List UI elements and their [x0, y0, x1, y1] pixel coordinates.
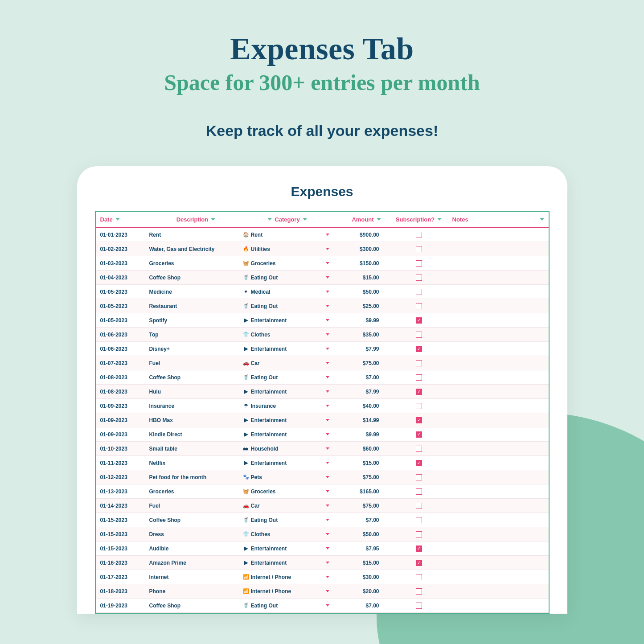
- cell-date[interactable]: 01-15-2023: [100, 531, 149, 537]
- dropdown-icon[interactable]: [326, 405, 329, 407]
- cell-subscription[interactable]: [386, 574, 452, 580]
- dropdown-icon[interactable]: [326, 590, 329, 592]
- cell-category[interactable]: 🏘Household: [243, 446, 332, 452]
- filter-icon[interactable]: [267, 218, 272, 221]
- subscription-checkbox[interactable]: [416, 417, 422, 423]
- cell-subscription[interactable]: [386, 275, 452, 281]
- cell-amount[interactable]: $75.00: [332, 360, 386, 366]
- cell-date[interactable]: 01-09-2023: [100, 417, 149, 423]
- cell-date[interactable]: 01-14-2023: [100, 503, 149, 509]
- dropdown-icon[interactable]: [326, 419, 329, 421]
- cell-subscription[interactable]: [386, 531, 452, 537]
- cell-description[interactable]: Coffee Shop: [149, 374, 243, 381]
- cell-amount[interactable]: $15.00: [332, 275, 386, 281]
- dropdown-icon[interactable]: [326, 348, 329, 350]
- cell-date[interactable]: 01-16-2023: [100, 560, 149, 566]
- dropdown-icon[interactable]: [326, 319, 329, 321]
- table-row[interactable]: 01-04-2023Coffee Shop🥤Eating Out$15.00: [96, 271, 549, 285]
- cell-amount[interactable]: $7.00: [332, 603, 386, 609]
- cell-category[interactable]: 📶Internet / Phone: [243, 574, 332, 580]
- cell-category[interactable]: 👕Clothes: [243, 332, 332, 338]
- cell-date[interactable]: 01-06-2023: [100, 346, 149, 352]
- cell-description[interactable]: Rent: [149, 232, 243, 238]
- dropdown-icon[interactable]: [326, 262, 329, 264]
- subscription-checkbox[interactable]: [416, 303, 422, 309]
- header-notes[interactable]: Notes: [452, 216, 544, 223]
- subscription-checkbox[interactable]: [416, 232, 422, 238]
- cell-amount[interactable]: $7.00: [332, 517, 386, 523]
- dropdown-icon[interactable]: [326, 576, 329, 578]
- dropdown-icon[interactable]: [326, 291, 329, 293]
- dropdown-icon[interactable]: [326, 433, 329, 435]
- table-row[interactable]: 01-14-2023Fuel🚗Car$75.00: [96, 499, 549, 513]
- dropdown-icon[interactable]: [326, 276, 329, 279]
- subscription-checkbox[interactable]: [416, 574, 422, 580]
- cell-description[interactable]: Top: [149, 332, 243, 338]
- subscription-checkbox[interactable]: [416, 560, 422, 566]
- cell-description[interactable]: Kindle Direct: [149, 431, 243, 438]
- filter-icon[interactable]: [437, 218, 442, 221]
- cell-amount[interactable]: $7.00: [332, 374, 386, 381]
- cell-subscription[interactable]: [386, 588, 452, 595]
- cell-description[interactable]: Insurance: [149, 403, 243, 409]
- cell-category[interactable]: ▶Entertainment: [243, 389, 332, 395]
- subscription-checkbox[interactable]: [416, 588, 422, 595]
- cell-description[interactable]: Disney+: [149, 346, 243, 352]
- table-row[interactable]: 01-02-2023Water, Gas and Electricity🔥Uti…: [96, 242, 549, 256]
- cell-subscription[interactable]: [386, 332, 452, 338]
- filter-icon[interactable]: [540, 218, 544, 221]
- cell-description[interactable]: Phone: [149, 588, 243, 595]
- table-row[interactable]: 01-07-2023Fuel🚗Car$75.00: [96, 356, 549, 370]
- cell-subscription[interactable]: [386, 603, 452, 609]
- cell-date[interactable]: 01-12-2023: [100, 474, 149, 480]
- cell-description[interactable]: Dress: [149, 531, 243, 537]
- cell-subscription[interactable]: [386, 289, 452, 295]
- dropdown-icon[interactable]: [326, 476, 329, 478]
- subscription-checkbox[interactable]: [416, 474, 422, 480]
- dropdown-icon[interactable]: [326, 547, 329, 550]
- cell-amount[interactable]: $30.00: [332, 574, 386, 580]
- cell-category[interactable]: ▶Entertainment: [243, 417, 332, 423]
- cell-category[interactable]: 👕Clothes: [243, 531, 332, 537]
- dropdown-icon[interactable]: [326, 376, 329, 378]
- header-description[interactable]: Description: [149, 216, 243, 223]
- filter-icon[interactable]: [115, 218, 120, 221]
- cell-subscription[interactable]: [386, 260, 452, 267]
- cell-amount[interactable]: $75.00: [332, 503, 386, 509]
- subscription-checkbox[interactable]: [416, 603, 422, 609]
- cell-date[interactable]: 01-18-2023: [100, 588, 149, 595]
- cell-subscription[interactable]: [386, 560, 452, 566]
- subscription-checkbox[interactable]: [416, 260, 422, 267]
- filter-icon[interactable]: [303, 218, 307, 221]
- cell-amount[interactable]: $15.00: [332, 460, 386, 466]
- cell-description[interactable]: Fuel: [149, 360, 243, 366]
- subscription-checkbox[interactable]: [416, 389, 422, 395]
- cell-description[interactable]: Small table: [149, 446, 243, 452]
- dropdown-icon[interactable]: [326, 505, 329, 507]
- cell-description[interactable]: Medicine: [149, 289, 243, 295]
- table-row[interactable]: 01-19-2023Coffee Shop🥤Eating Out$7.00: [96, 599, 549, 613]
- subscription-checkbox[interactable]: [416, 246, 422, 252]
- table-row[interactable]: 01-15-2023Audible▶Entertainment$7.95: [96, 541, 549, 556]
- cell-category[interactable]: ▶Entertainment: [243, 460, 332, 466]
- table-row[interactable]: 01-17-2023Internet📶Internet / Phone$30.0…: [96, 570, 549, 584]
- cell-amount[interactable]: $7.95: [332, 546, 386, 552]
- cell-subscription[interactable]: [386, 360, 452, 366]
- subscription-checkbox[interactable]: [416, 531, 422, 537]
- cell-description[interactable]: Restaurant: [149, 303, 243, 309]
- cell-subscription[interactable]: [386, 474, 452, 480]
- dropdown-icon[interactable]: [326, 562, 329, 564]
- cell-description[interactable]: Spotify: [149, 317, 243, 324]
- table-row[interactable]: 01-03-2023Groceries🧺Groceries$150.00: [96, 256, 549, 271]
- subscription-checkbox[interactable]: [416, 546, 422, 552]
- table-row[interactable]: 01-16-2023Amazon Prime▶Entertainment$15.…: [96, 556, 549, 570]
- subscription-checkbox[interactable]: [416, 360, 422, 366]
- table-row[interactable]: 01-11-2023Netflix▶Entertainment$15.00: [96, 456, 549, 470]
- cell-description[interactable]: Fuel: [149, 503, 243, 509]
- dropdown-icon[interactable]: [326, 604, 329, 607]
- cell-amount[interactable]: $75.00: [332, 474, 386, 480]
- cell-date[interactable]: 01-07-2023: [100, 360, 149, 366]
- cell-category[interactable]: 🚗Car: [243, 503, 332, 509]
- dropdown-icon[interactable]: [326, 333, 329, 336]
- cell-amount[interactable]: $50.00: [332, 531, 386, 537]
